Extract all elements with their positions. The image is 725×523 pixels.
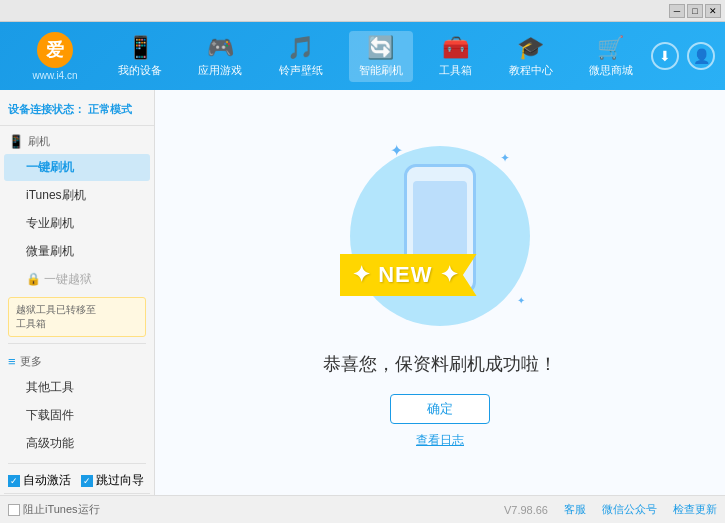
restore-button[interactable]: □ — [687, 4, 703, 18]
nav-apps-icon: 🎮 — [207, 35, 234, 61]
sidebar-item-itunes-flash[interactable]: iTunes刷机 — [4, 182, 150, 209]
title-bar: ─ □ ✕ — [0, 0, 725, 22]
auto-launch-checkbox[interactable]: ✓ 自动激活 — [8, 472, 71, 489]
more-section-label: 更多 — [20, 354, 42, 369]
user-button[interactable]: 👤 — [687, 42, 715, 70]
close-button[interactable]: ✕ — [705, 4, 721, 18]
sidebar-divider — [8, 343, 146, 344]
nav-tutorials[interactable]: 🎓 教程中心 — [499, 31, 563, 82]
nav-bar: 📱 我的设备 🎮 应用游戏 🎵 铃声壁纸 🔄 智能刷机 🧰 工具箱 🎓 教程中心… — [100, 31, 651, 82]
jailbreak-label: 一键越狱 — [44, 272, 92, 286]
nav-my-device[interactable]: 📱 我的设备 — [108, 31, 172, 82]
prevent-itunes-cb — [8, 504, 20, 516]
phone-screen — [413, 181, 467, 261]
nav-tutorials-icon: 🎓 — [517, 35, 544, 61]
new-text: NEW — [378, 262, 432, 287]
nav-toolbox-label: 工具箱 — [439, 63, 472, 78]
logo-site: www.i4.cn — [32, 70, 77, 81]
sparkle-3: ✦ — [517, 295, 525, 306]
nav-tutorials-label: 教程中心 — [509, 63, 553, 78]
sidebar-item-pro-flash[interactable]: 专业刷机 — [4, 210, 150, 237]
sidebar-divider-2 — [8, 463, 146, 464]
sidebar: 设备连接状态： 正常模式 📱 刷机 一键刷机 iTunes刷机 专业刷机 微量刷… — [0, 90, 155, 495]
nav-device-icon: 📱 — [127, 35, 154, 61]
auto-launch-label: 自动激活 — [23, 472, 71, 489]
new-ribbon: ✦ NEW ✦ — [340, 254, 477, 296]
flash-section-header[interactable]: 📱 刷机 — [0, 130, 154, 153]
bottom-left: 阻止iTunes运行 — [8, 502, 504, 517]
sidebar-item-other-tools[interactable]: 其他工具 — [4, 374, 150, 401]
flash-section-label: 刷机 — [28, 134, 50, 149]
phone-illustration: ✦ ✦ ✦ ✦ NEW ✦ — [340, 136, 540, 336]
jailbreak-warn-box: 越狱工具已转移至 工具箱 — [8, 297, 146, 337]
nav-device-label: 我的设备 — [118, 63, 162, 78]
wechat-link[interactable]: 微信公众号 — [602, 502, 657, 517]
version-label: V7.98.66 — [504, 504, 548, 516]
nav-smart-flash[interactable]: 🔄 智能刷机 — [349, 31, 413, 82]
sidebar-item-download-firmware[interactable]: 下载固件 — [4, 402, 150, 429]
nav-ringtones-label: 铃声壁纸 — [279, 63, 323, 78]
confirm-button[interactable]: 确定 — [390, 394, 490, 424]
warn-line1: 越狱工具已转移至 — [16, 303, 138, 317]
skip-guide-label: 跳过向导 — [96, 472, 144, 489]
nav-toolbox[interactable]: 🧰 工具箱 — [429, 31, 482, 82]
warn-line2: 工具箱 — [16, 317, 138, 331]
service-link[interactable]: 客服 — [564, 502, 586, 517]
main-area: 设备连接状态： 正常模式 📱 刷机 一键刷机 iTunes刷机 专业刷机 微量刷… — [0, 90, 725, 495]
sidebar-item-jailbreak: 🔒 一键越狱 — [4, 266, 150, 293]
download-button[interactable]: ⬇ — [651, 42, 679, 70]
nav-flash-icon: 🔄 — [367, 35, 394, 61]
nav-toolbox-icon: 🧰 — [442, 35, 469, 61]
success-message: 恭喜您，保资料刷机成功啦！ — [323, 352, 557, 376]
ribbon-star-left: ✦ — [352, 262, 371, 287]
sidebar-item-one-key-flash[interactable]: 一键刷机 — [4, 154, 150, 181]
skip-guide-checkbox[interactable]: ✓ 跳过向导 — [81, 472, 144, 489]
status-label: 设备连接状态： — [8, 103, 85, 115]
more-section-icon: ≡ — [8, 354, 16, 369]
auto-launch-cb-icon: ✓ — [8, 475, 20, 487]
header: 爱 www.i4.cn 📱 我的设备 🎮 应用游戏 🎵 铃声壁纸 🔄 智能刷机 … — [0, 22, 725, 90]
sparkle-2: ✦ — [500, 151, 510, 165]
nav-ringtones-icon: 🎵 — [287, 35, 314, 61]
nav-wei-mall[interactable]: 🛒 微思商城 — [579, 31, 643, 82]
nav-mall-label: 微思商城 — [589, 63, 633, 78]
sidebar-item-micro-flash[interactable]: 微量刷机 — [4, 238, 150, 265]
skip-guide-cb-icon: ✓ — [81, 475, 93, 487]
content-area: ✦ ✦ ✦ ✦ NEW ✦ 恭喜您，保资料刷机成功啦！ 确定 查看日志 — [155, 90, 725, 495]
nav-apps-games[interactable]: 🎮 应用游戏 — [188, 31, 252, 82]
header-actions: ⬇ 👤 — [651, 42, 715, 70]
logo[interactable]: 爱 www.i4.cn — [10, 32, 100, 81]
bottom-bar: 阻止iTunes运行 V7.98.66 客服 微信公众号 检查更新 — [0, 495, 725, 523]
status-value: 正常模式 — [88, 103, 132, 115]
nav-flash-label: 智能刷机 — [359, 63, 403, 78]
lock-icon: 🔒 — [26, 272, 41, 286]
view-log-link[interactable]: 查看日志 — [416, 432, 464, 449]
flash-section-icon: 📱 — [8, 134, 24, 149]
nav-apps-label: 应用游戏 — [198, 63, 242, 78]
prevent-itunes-checkbox[interactable]: 阻止iTunes运行 — [8, 502, 100, 517]
update-link[interactable]: 检查更新 — [673, 502, 717, 517]
checkbox-area: ✓ 自动激活 ✓ 跳过向导 — [4, 472, 150, 489]
window-controls: ─ □ ✕ — [669, 4, 721, 18]
nav-ringtones[interactable]: 🎵 铃声壁纸 — [269, 31, 333, 82]
sidebar-item-advanced[interactable]: 高级功能 — [4, 430, 150, 457]
device-section: 📱 iPhone 12 mini 64GB Down-12mini-13,1 — [4, 493, 150, 495]
logo-icon: 爱 — [37, 32, 73, 68]
sparkle-1: ✦ — [390, 141, 403, 160]
prevent-itunes-label: 阻止iTunes运行 — [23, 502, 100, 517]
minimize-button[interactable]: ─ — [669, 4, 685, 18]
bottom-right: V7.98.66 客服 微信公众号 检查更新 — [504, 502, 717, 517]
nav-mall-icon: 🛒 — [597, 35, 624, 61]
device-status: 设备连接状态： 正常模式 — [0, 98, 154, 126]
more-section-header[interactable]: ≡ 更多 — [0, 350, 154, 373]
ribbon-star-right: ✦ — [440, 262, 459, 287]
ribbon-text: ✦ NEW ✦ — [340, 254, 477, 296]
